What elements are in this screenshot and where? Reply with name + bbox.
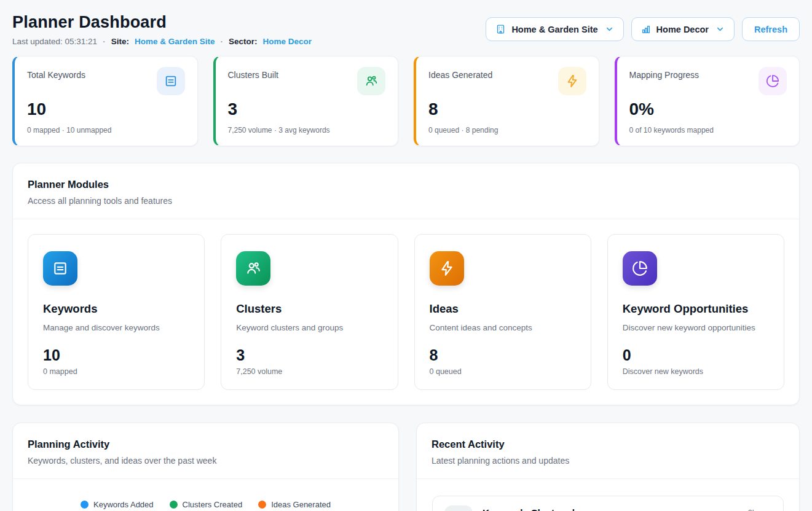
legend-dot-orange [258,501,266,509]
module-count: 0 [623,346,769,364]
header-left: Planner Dashboard Last updated: 05:31:21… [12,13,312,46]
pie-chart-icon [759,67,787,95]
lightning-icon [430,251,464,286]
module-title: Ideas [430,302,576,316]
module-sub: Discover new keywords [623,367,769,376]
recent-panel-subtitle: Latest planning actions and updates [432,456,784,466]
modules-panel-subtitle: Access all planning tools and features [28,196,784,206]
module-description: Content ideas and concepts [430,323,576,332]
header-actions: Home & Garden Site Home Decor Refresh [486,17,800,41]
stat-label: Clusters Built [228,67,278,80]
planning-activity-panel: Planning Activity Keywords, clusters, an… [12,423,399,511]
sector-selector-label: Home Decor [656,25,709,34]
stat-value: 0% [629,99,787,119]
stat-label: Ideas Generated [428,67,492,80]
site-selector-label: Home & Garden Site [511,25,597,34]
module-card-keyword-opportunities[interactable]: Keyword Opportunities Discover new keywo… [607,234,784,390]
chevron-down-icon [605,25,614,34]
legend-item-keywords-added[interactable]: Keywords Added [81,500,154,509]
bar-chart-icon [641,25,651,34]
stat-detail: 0 mapped · 10 unmapped [27,126,185,135]
lightning-icon [558,67,586,95]
stat-label: Mapping Progress [629,67,700,80]
last-updated-text: Last updated: 05:31:21 [12,37,97,46]
legend-item-clusters-created[interactable]: Clusters Created [170,500,243,509]
legend-label: Clusters Created [183,500,243,509]
feed-item-time: 2h ago [748,507,771,511]
module-card-ideas[interactable]: Ideas Content ideas and concepts 8 0 que… [414,234,591,390]
chart-legend: Keywords Added Clusters Created Ideas Ge… [13,500,398,509]
module-count: 8 [430,346,576,364]
header-meta: Last updated: 05:31:21 · Site: Home & Ga… [12,37,312,46]
sector-label: Sector: [229,37,258,46]
legend-dot-blue [81,501,89,509]
divider [13,478,398,479]
modules-panel-title: Planner Modules [28,179,784,190]
stat-card-ideas-generated: Ideas Generated 8 0 queued · 8 pending [414,56,599,146]
legend-item-ideas-generated[interactable]: Ideas Generated [258,500,331,509]
module-title: Keywords [43,302,189,316]
module-sub: 0 mapped [43,367,189,376]
stat-value: 10 [27,99,185,119]
activity-panel-subtitle: Keywords, clusters, and ideas over the p… [28,456,384,466]
legend-label: Keywords Added [93,500,154,509]
recent-panel-title: Recent Activity [432,439,784,450]
refresh-button[interactable]: Refresh [742,17,800,41]
module-title: Keyword Opportunities [623,302,769,316]
stat-detail: 0 of 10 keywords mapped [629,126,787,135]
module-description: Keyword clusters and groups [236,323,382,332]
legend-dot-green [170,501,178,509]
stat-card-clusters-built: Clusters Built 3 7,250 volume · 3 avg ke… [213,56,399,146]
meta-separator: · [103,37,106,46]
site-selector-button[interactable]: Home & Garden Site [486,17,623,41]
stat-detail: 7,250 volume · 3 avg keywords [228,126,386,135]
stat-detail: 0 queued · 8 pending [428,126,586,135]
bottom-row: Planning Activity Keywords, clusters, an… [12,423,800,511]
module-card-keywords[interactable]: Keywords Manage and discover keywords 10… [28,234,205,390]
meta-separator: · [220,37,223,46]
page-title: Planner Dashboard [12,13,312,32]
feed-item-title: Keywords Clustered [483,507,575,511]
stat-card-total-keywords: Total Keywords 10 0 mapped · 10 unmapped [12,56,198,146]
modules-grid: Keywords Manage and discover keywords 10… [13,219,799,405]
module-title: Clusters [236,302,382,316]
module-card-clusters[interactable]: Clusters Keyword clusters and groups 3 7… [221,234,398,390]
document-icon [157,67,185,95]
users-icon [444,505,473,511]
planner-dashboard-page: Planner Dashboard Last updated: 05:31:21… [0,0,812,511]
legend-label: Ideas Generated [271,500,331,509]
activity-feed: Keywords Clustered 2h ago 3 new clusters… [417,479,799,511]
site-link[interactable]: Home & Garden Site [135,37,215,46]
header: Planner Dashboard Last updated: 05:31:21… [12,0,800,46]
users-icon [357,67,385,95]
sector-selector-button[interactable]: Home Decor [631,17,735,41]
stat-cards-row: Total Keywords 10 0 mapped · 10 unmapped… [12,56,800,146]
stat-label: Total Keywords [27,67,85,80]
users-icon [236,251,270,286]
planner-modules-panel: Planner Modules Access all planning tool… [12,163,800,405]
module-sub: 7,250 volume [236,367,382,376]
module-description: Discover new keyword opportunities [623,323,769,332]
building-icon [495,24,506,34]
pie-chart-icon [623,251,657,286]
site-label: Site: [111,37,129,46]
stat-value: 3 [228,99,386,119]
stat-value: 8 [428,99,586,119]
sector-link[interactable]: Home Decor [262,37,312,46]
module-count: 10 [43,346,189,364]
module-sub: 0 queued [430,367,576,376]
chevron-down-icon [715,25,725,34]
module-description: Manage and discover keywords [43,323,189,332]
stat-card-mapping-progress: Mapping Progress 0% 0 of 10 keywords map… [615,56,800,146]
document-icon [43,251,77,286]
recent-activity-panel: Recent Activity Latest planning actions … [416,423,800,511]
activity-feed-item: Keywords Clustered 2h ago 3 new clusters… [432,496,784,511]
activity-panel-title: Planning Activity [28,439,384,450]
module-count: 3 [236,346,382,364]
